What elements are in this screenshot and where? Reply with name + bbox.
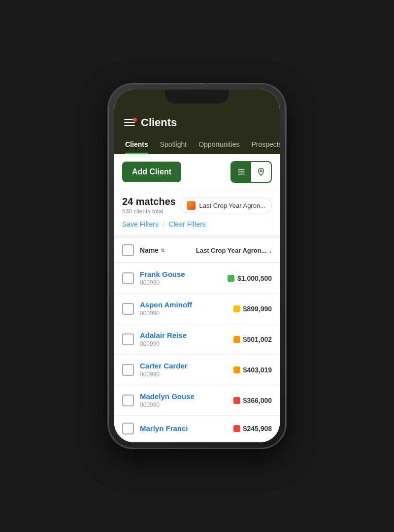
value-dot-5 <box>233 397 240 404</box>
table-row: Madelyn Gouse 000990 $366,000 <box>114 385 280 416</box>
row-checkbox-4[interactable] <box>122 364 134 376</box>
value-amount-3: $501,002 <box>243 335 272 343</box>
client-name-6[interactable]: Marlyn Franci <box>140 424 207 432</box>
row-info-2: Aspen Aminoff 000990 <box>140 300 207 317</box>
location-icon <box>257 167 265 176</box>
list-icon <box>237 167 246 176</box>
matches-row: 24 matches 530 clients total Last Crop Y… <box>122 196 272 215</box>
svg-rect-1 <box>238 171 245 172</box>
list-view-button[interactable] <box>231 162 251 182</box>
row-info-6: Marlyn Franci <box>140 424 207 433</box>
filter-dot <box>187 201 196 210</box>
clear-filters-link[interactable]: Clear Filters <box>168 220 205 228</box>
filter-divider: / <box>163 220 164 229</box>
client-id-5: 000990 <box>140 401 207 408</box>
client-name-4[interactable]: Carter Carder <box>140 362 207 370</box>
client-id-2: 000990 <box>140 310 207 317</box>
tab-spotlight[interactable]: Spotlight <box>154 136 193 154</box>
row-info-3: Adalair Reise 000990 <box>140 331 207 347</box>
client-name-2[interactable]: Aspen Aminoff <box>140 300 207 309</box>
row-value-4: $403,019 <box>213 366 272 374</box>
value-dot-3 <box>233 336 240 343</box>
toolbar: Add Client <box>114 154 280 190</box>
client-id-4: 000990 <box>140 371 207 378</box>
row-checkbox-6[interactable] <box>122 423 134 434</box>
filter-actions: Save Filters / Clear Filters <box>122 220 272 229</box>
svg-rect-0 <box>238 169 245 170</box>
row-value-3: $501,002 <box>213 335 272 343</box>
value-amount-5: $366,000 <box>243 397 272 404</box>
value-dot-4 <box>233 366 240 373</box>
table-header: Name ⇅ Last Crop Year Agron... ↓ <box>114 238 280 263</box>
sort-icon: ⇅ <box>161 248 164 253</box>
value-column-header[interactable]: Last Crop Year Agron... ↓ <box>196 247 272 254</box>
value-amount-2: $899,990 <box>243 305 272 313</box>
row-checkbox-5[interactable] <box>122 395 134 406</box>
table-row: Adalair Reise 000990 $501,002 <box>114 324 280 355</box>
phone-notch <box>165 90 229 103</box>
client-name-1[interactable]: Frank Gouse <box>140 270 207 278</box>
row-checkbox-3[interactable] <box>122 333 134 345</box>
svg-point-3 <box>260 170 262 172</box>
main-content: Add Client <box>114 154 280 442</box>
row-value-5: $366,000 <box>213 397 272 404</box>
phone-frame: Clients Clients Spotlight Opportunities … <box>108 84 286 448</box>
value-amount-6: $245,908 <box>243 425 272 432</box>
tab-clients[interactable]: Clients <box>119 136 154 154</box>
save-filters-link[interactable]: Save Filters <box>122 220 159 228</box>
filter-chip[interactable]: Last Crop Year Agron... <box>180 198 272 213</box>
clients-table: Name ⇅ Last Crop Year Agron... ↓ Frank G… <box>114 238 280 442</box>
value-amount-4: $403,019 <box>243 366 272 374</box>
menu-button-wrapper[interactable] <box>124 119 135 126</box>
svg-rect-2 <box>238 174 245 175</box>
nav-tabs: Clients Spotlight Opportunities Prospect… <box>114 136 280 154</box>
value-dot-1 <box>228 275 234 282</box>
client-id-3: 000990 <box>140 340 207 347</box>
clients-total: 530 clients total <box>122 208 176 215</box>
client-id-1: 000990 <box>140 279 207 286</box>
value-amount-1: $1,000,500 <box>237 274 272 282</box>
app-header: Clients <box>114 111 280 136</box>
client-name-5[interactable]: Madelyn Gouse <box>140 392 207 400</box>
page-title: Clients <box>141 116 177 129</box>
row-value-2: $899,990 <box>213 305 272 313</box>
filter-section: 24 matches 530 clients total Last Crop Y… <box>114 190 280 234</box>
table-row: Marlyn Franci $245,908 <box>114 416 280 442</box>
value-dot-6 <box>233 425 240 432</box>
row-info-4: Carter Carder 000990 <box>140 362 207 378</box>
add-client-button[interactable]: Add Client <box>122 162 181 182</box>
sort-down-icon: ↓ <box>269 247 272 254</box>
tab-prospects[interactable]: Prospects <box>245 136 280 154</box>
filter-chip-text: Last Crop Year Agron... <box>199 202 265 209</box>
row-checkbox-1[interactable] <box>122 272 134 284</box>
matches-count: 24 matches <box>122 196 176 207</box>
view-toggle <box>230 161 272 183</box>
row-checkbox-2[interactable] <box>122 303 134 315</box>
row-value-6: $245,908 <box>213 425 272 432</box>
tab-opportunities[interactable]: Opportunities <box>193 136 245 154</box>
table-row: Frank Gouse 000990 $1,000,500 <box>114 263 280 294</box>
name-column-header[interactable]: Name ⇅ <box>140 246 190 254</box>
notification-dot <box>133 118 137 122</box>
client-name-3[interactable]: Adalair Reise <box>140 331 207 339</box>
table-row: Carter Carder 000990 $403,019 <box>114 355 280 385</box>
select-all-checkbox[interactable] <box>122 244 134 256</box>
table-row: Aspen Aminoff 000990 $899,990 <box>114 294 280 324</box>
row-value-1: $1,000,500 <box>213 274 272 282</box>
row-info-5: Madelyn Gouse 000990 <box>140 392 207 408</box>
phone-screen: Clients Clients Spotlight Opportunities … <box>114 90 280 442</box>
map-view-button[interactable] <box>251 162 271 182</box>
value-dot-2 <box>233 305 240 312</box>
row-info-1: Frank Gouse 000990 <box>140 270 207 286</box>
